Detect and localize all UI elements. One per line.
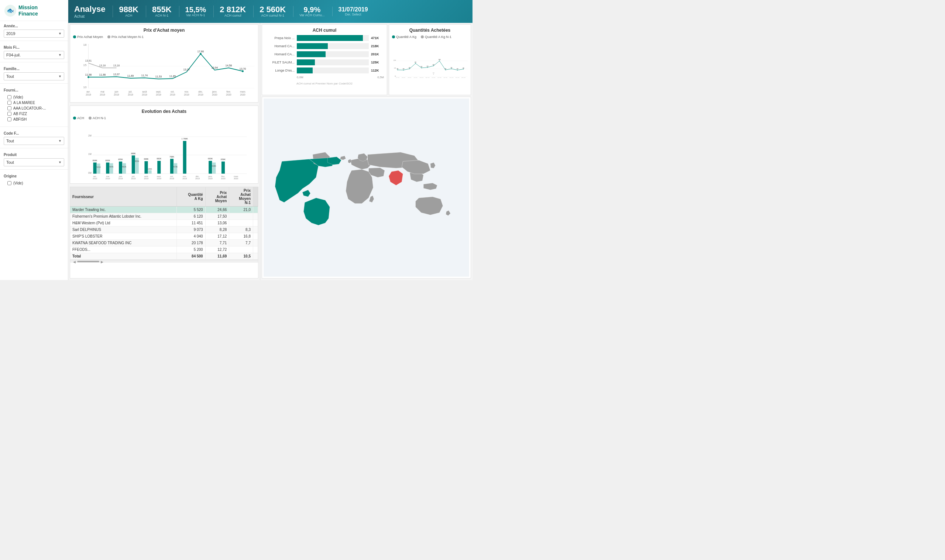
mois-arrow: ▼ — [58, 53, 62, 57]
fournisseur-alamaree[interactable]: A LA MAREE — [8, 100, 60, 106]
famille-dropdown[interactable]: Tout ▼ — [4, 72, 64, 80]
svg-text:2019: 2019 — [156, 93, 161, 96]
fournisseur-vide[interactable]: (Vide) — [8, 94, 60, 100]
bar-label-5: Longe D'es... — [265, 69, 294, 72]
achat-label: Achat — [74, 14, 85, 18]
svg-rect-72 — [222, 162, 225, 174]
bar-label-4: FILET SAUM... — [265, 60, 294, 64]
svg-text:2020: 2020 — [240, 93, 245, 96]
origine-vide-checkbox[interactable] — [8, 181, 11, 185]
fournisseur-abfish-checkbox[interactable] — [8, 117, 11, 122]
fournisseur-abfizz[interactable]: AB FIZZ — [8, 111, 60, 117]
kpi-cumul-n1-value: 2 560K — [259, 6, 286, 14]
svg-text:2019: 2019 — [131, 177, 136, 180]
fournisseur-abfish[interactable]: ABFISH — [8, 117, 60, 122]
bar-fill-4 — [297, 59, 315, 65]
fournisseur-alamaree-checkbox[interactable] — [8, 101, 11, 105]
svg-text:50K: 50K — [451, 67, 453, 69]
kpi-cumul-n1-label: ACH cumul N-1 — [261, 14, 284, 17]
col-scroll — [253, 187, 258, 206]
world-map-svg — [264, 98, 469, 277]
svg-rect-64 — [157, 161, 160, 174]
svg-text:42K: 42K — [403, 68, 405, 70]
codef-dropdown[interactable]: Tout ▼ — [4, 137, 64, 145]
analyse-label: Analyse — [74, 5, 105, 14]
kpi-var-cumul: 9,9% Var ACH Cumu... — [293, 6, 324, 17]
svg-point-119 — [403, 70, 404, 71]
svg-text:juil.: juil. — [131, 175, 135, 177]
svg-text:2019: 2019 — [100, 93, 105, 96]
svg-text:11,65: 11,65 — [170, 75, 176, 77]
svg-text:janv.: janv. — [212, 91, 217, 93]
origine-section: Origine (Vide) — [0, 171, 68, 189]
svg-text:sept. 2019: sept. 2019 — [425, 77, 430, 78]
table-row[interactable]: Fishermen's Premium Atlantic Lobster Inc… — [70, 213, 258, 220]
table-row[interactable]: FFEODS... 5 200 12,72 — [70, 246, 258, 253]
svg-rect-68 — [183, 141, 187, 174]
svg-text:2020: 2020 — [234, 177, 238, 180]
svg-text:100K: 100K — [439, 59, 441, 60]
table-row[interactable]: SHIP'S LOBSTER 4 040 17,12 16,8 — [70, 233, 258, 240]
ach-dot — [73, 117, 76, 120]
svg-text:42K: 42K — [456, 68, 458, 70]
table-row[interactable]: Sarl DELPHINUS 9 073 8,28 8,3 — [70, 226, 258, 233]
svg-text:13,18: 13,18 — [113, 64, 120, 67]
svg-text:févr.: févr. — [226, 91, 231, 93]
svg-text:12,07: 12,07 — [113, 73, 120, 75]
qty-n1-dot — [421, 35, 424, 38]
svg-text:564K: 564K — [109, 166, 114, 168]
svg-point-11 — [242, 71, 244, 72]
bar-track-5 — [297, 68, 369, 74]
horizontal-scroll[interactable]: ◀ ▶ — [70, 260, 258, 263]
table-row[interactable]: Marder Trawling Inc. 5 520 24,66 21,0 — [70, 206, 258, 213]
svg-text:59K: 59K — [427, 66, 429, 67]
prix-achat-panel: Prix d'Achat moyen Prix Achat Moyen Prix… — [70, 25, 258, 103]
svg-text:1M: 1M — [88, 153, 91, 155]
svg-text:2019: 2019 — [182, 177, 187, 180]
kpi-ach-n1-value: 855K — [152, 6, 172, 14]
qty-dot — [392, 35, 395, 38]
kpi-var-value: 15,5% — [185, 6, 207, 13]
produit-dropdown[interactable]: Tout ▼ — [4, 158, 64, 166]
svg-text:juil. 2019: juil. 2019 — [413, 77, 418, 78]
fournisseur-list: (Vide) A LA MAREE AAA LOCATOUR-... AB FI… — [4, 94, 64, 123]
svg-text:avr.: avr. — [86, 91, 91, 93]
logo-area: 🐟 Mission Finance — [0, 0, 68, 21]
content-area: Prix d'Achat moyen Prix Achat Moyen Prix… — [68, 23, 473, 280]
origine-vide[interactable]: (Vide) — [8, 180, 60, 186]
kpi-var-cumul-label: Var ACH Cumu... — [299, 13, 324, 17]
fournisseur-aaa[interactable]: AAA LOCATOUR-... — [8, 106, 60, 111]
fournisseur-vide-checkbox[interactable] — [8, 95, 11, 99]
svg-text:10: 10 — [83, 86, 87, 89]
svg-text:2019: 2019 — [170, 93, 175, 96]
svg-text:2019: 2019 — [184, 93, 190, 96]
svg-text:185K: 185K — [148, 168, 152, 170]
svg-rect-60 — [132, 155, 135, 173]
svg-text:0K: 0K — [395, 75, 396, 77]
price-chart-svg: 10 15 18 13,91 13,18 13,18 — [73, 40, 255, 99]
svg-text:oct.: oct. — [170, 175, 174, 177]
ach-axis: 0,0M 0,5M — [265, 75, 384, 79]
bar-row-3: Homard CA... 201K — [265, 51, 384, 57]
svg-text:682K: 682K — [157, 157, 161, 160]
fournisseur-abfizz-checkbox[interactable] — [8, 112, 11, 116]
annee-dropdown[interactable]: 2019 ▼ — [4, 29, 64, 38]
svg-text:mars 2020: mars 2020 — [461, 77, 466, 78]
bar-track-1 — [297, 35, 369, 41]
mois-dropdown[interactable]: F04-juil. ▼ — [4, 51, 64, 59]
header-bar: Analyse Achat 988K ACH 855K ACH N-1 15,5… — [68, 0, 473, 23]
svg-rect-76 — [109, 163, 113, 173]
table-row[interactable]: KWATNA SEAFOOD TRADING INC 20 178 7,71 7… — [70, 240, 258, 246]
svg-text:14,58: 14,58 — [225, 64, 232, 67]
fournisseur-aaa-checkbox[interactable] — [8, 106, 11, 110]
svg-text:11,98: 11,98 — [99, 74, 106, 76]
svg-text:604K: 604K — [92, 159, 97, 162]
svg-text:2020: 2020 — [221, 177, 225, 180]
table-row[interactable]: H&M Western (Pvt) Ltd 11 451 13,06 — [70, 220, 258, 226]
svg-text:2019: 2019 — [157, 177, 161, 180]
svg-text:988K: 988K — [131, 152, 136, 155]
svg-rect-84 — [174, 163, 177, 173]
kpi-date-label: Der. Select — [345, 12, 361, 16]
svg-rect-82 — [148, 171, 152, 174]
svg-text:mai: mai — [106, 175, 109, 177]
